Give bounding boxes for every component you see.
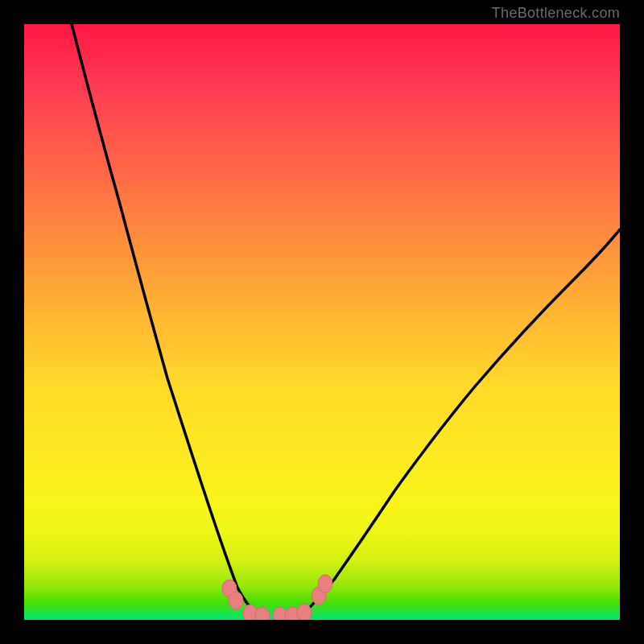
marker-layer — [24, 24, 620, 620]
marker-7 — [297, 604, 312, 620]
marker-9 — [318, 575, 332, 592]
marker-2 — [229, 592, 243, 609]
watermark-text: TheBottleneck.com — [492, 5, 620, 22]
plot-area — [24, 24, 620, 620]
data-point-markers — [222, 575, 332, 620]
marker-4 — [255, 607, 270, 620]
chart-frame: TheBottleneck.com — [0, 0, 644, 644]
